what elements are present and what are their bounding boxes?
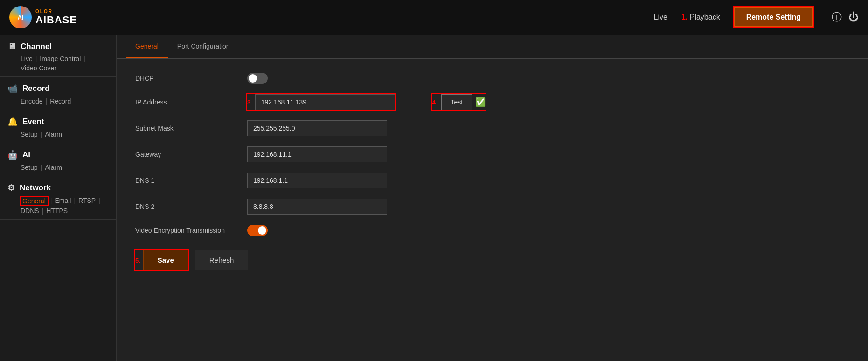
- sidebar-item-encode[interactable]: Encode: [21, 97, 42, 105]
- video-enc-slider: [247, 225, 268, 236]
- network-label: Network: [20, 183, 51, 193]
- subnet-mask-input[interactable]: [247, 120, 387, 136]
- video-enc-toggle[interactable]: [247, 225, 268, 236]
- sidebar-section-ai: 🤖 AI Setup | Alarm: [0, 143, 116, 176]
- ip-address-label: IP Address: [135, 98, 238, 106]
- test-step-badge: 4.: [432, 99, 437, 106]
- refresh-button[interactable]: Refresh: [195, 250, 249, 270]
- subnet-mask-row: Subnet Mask: [135, 120, 849, 136]
- record-links: Encode | Record: [7, 97, 109, 105]
- main-layout: 🖥 Channel Live | Image Control | Video C…: [0, 35, 868, 361]
- sep7: |: [74, 197, 76, 205]
- remote-setting-button[interactable]: Remote Setting: [734, 7, 813, 27]
- check-icon: ✅: [475, 97, 486, 107]
- network-links: General | Email | RTSP | DDNS | HTTPS: [7, 197, 109, 215]
- sidebar-section-network: ⚙ Network General | Email | RTSP | DDNS …: [0, 176, 116, 220]
- sidebar-ai-title[interactable]: 🤖 AI: [7, 150, 109, 160]
- tab-general[interactable]: General: [126, 35, 168, 58]
- sidebar-item-event-alarm[interactable]: Alarm: [45, 131, 62, 138]
- dhcp-slider: [247, 73, 268, 84]
- record-label: Record: [22, 84, 50, 93]
- dns1-row: DNS 1: [135, 173, 849, 188]
- sidebar-item-image-control[interactable]: Image Control: [40, 55, 81, 62]
- content-area: General Port Configuration DHCP IP Addre…: [117, 35, 868, 361]
- logo-text-group: OLOR AIBASE: [35, 9, 77, 26]
- sidebar-item-ddns[interactable]: DDNS: [21, 207, 39, 215]
- logo-icon: AI: [9, 6, 32, 28]
- sidebar-event-title[interactable]: 🔔 Event: [7, 117, 109, 127]
- sep4: |: [41, 131, 42, 138]
- tabs-bar: General Port Configuration: [117, 35, 868, 59]
- event-icon: 🔔: [7, 117, 18, 127]
- sidebar-section-record: 📹 Record Encode | Record: [0, 77, 116, 110]
- video-enc-row: Video Encryption Transmission: [135, 225, 849, 236]
- info-icon[interactable]: ⓘ: [832, 10, 842, 24]
- logo: AI OLOR AIBASE: [9, 6, 77, 28]
- sidebar-item-email[interactable]: Email: [55, 197, 71, 205]
- dns2-label: DNS 2: [135, 203, 238, 210]
- power-icon[interactable]: ⏻: [848, 11, 859, 23]
- test-button[interactable]: Test: [441, 94, 473, 110]
- sidebar-item-live[interactable]: Live: [21, 55, 33, 62]
- sep8: |: [98, 197, 100, 205]
- channel-icon: 🖥: [7, 42, 16, 51]
- dhcp-row: DHCP: [135, 73, 849, 84]
- sidebar-item-event-setup[interactable]: Setup: [21, 131, 38, 138]
- save-step-badge: 5.: [135, 257, 140, 264]
- sep2: |: [83, 55, 85, 62]
- sidebar-item-video-cover[interactable]: Video Cover: [21, 64, 56, 72]
- playback-label: Playback: [690, 13, 720, 21]
- gateway-label: Gateway: [135, 151, 238, 158]
- ip-address-input[interactable]: [255, 94, 395, 110]
- sep5: |: [41, 164, 42, 171]
- dns1-label: DNS 1: [135, 177, 238, 184]
- video-enc-label: Video Encryption Transmission: [135, 227, 238, 234]
- form-content: DHCP IP Address 3. 4. Test ✅: [117, 59, 868, 284]
- sep3: |: [45, 97, 47, 105]
- channel-label: Channel: [21, 42, 52, 51]
- nav-icons: ⓘ ⏻: [832, 10, 859, 24]
- logo-title: AIBASE: [35, 14, 77, 26]
- sidebar-record-title[interactable]: 📹 Record: [7, 83, 109, 94]
- sidebar-item-ai-alarm[interactable]: Alarm: [45, 164, 62, 171]
- playback-step: 1.: [681, 13, 687, 21]
- topbar: AI OLOR AIBASE Live 1. Playback Remote S…: [0, 0, 868, 35]
- dhcp-toggle[interactable]: [247, 73, 268, 84]
- sidebar-item-general[interactable]: General: [21, 197, 48, 205]
- nav-right: Live 1. Playback Remote Setting ⓘ ⏻: [654, 7, 859, 27]
- tab-port-configuration[interactable]: Port Configuration: [168, 35, 239, 58]
- dhcp-label: DHCP: [135, 75, 238, 82]
- ai-icon: 🤖: [7, 150, 18, 160]
- button-row: 5. Save Refresh: [135, 250, 849, 270]
- save-btn-wrapper: 5. Save: [135, 250, 188, 270]
- subnet-mask-label: Subnet Mask: [135, 125, 238, 132]
- ip-input-wrapper: 3.: [247, 94, 395, 110]
- sidebar-item-record[interactable]: Record: [50, 97, 71, 105]
- gateway-input[interactable]: [247, 146, 387, 162]
- logo-sub: OLOR: [35, 9, 77, 14]
- sidebar-item-rtsp[interactable]: RTSP: [78, 197, 96, 205]
- ip-address-row: IP Address 3. 4. Test ✅: [135, 94, 849, 110]
- sep9: |: [42, 207, 44, 215]
- sidebar-section-channel: 🖥 Channel Live | Image Control | Video C…: [0, 35, 116, 77]
- sidebar-item-ai-setup[interactable]: Setup: [21, 164, 38, 171]
- dns1-input[interactable]: [247, 173, 387, 188]
- sidebar-item-https[interactable]: HTTPS: [46, 207, 68, 215]
- test-btn-wrapper: 4. Test ✅: [432, 94, 486, 110]
- dns2-input[interactable]: [247, 199, 387, 215]
- dns2-row: DNS 2: [135, 199, 849, 215]
- sep1: |: [35, 55, 37, 62]
- nav-playback-link[interactable]: 1. Playback: [681, 13, 720, 21]
- network-icon: ⚙: [7, 183, 15, 193]
- ai-label: AI: [22, 150, 30, 160]
- sidebar-channel-title[interactable]: 🖥 Channel: [7, 42, 109, 51]
- sidebar-network-title[interactable]: ⚙ Network: [7, 183, 109, 193]
- sidebar: 🖥 Channel Live | Image Control | Video C…: [0, 35, 117, 361]
- record-icon: 📹: [7, 83, 18, 94]
- sep6: |: [50, 197, 52, 205]
- event-links: Setup | Alarm: [7, 131, 109, 138]
- save-button[interactable]: Save: [143, 250, 188, 270]
- nav-live-link[interactable]: Live: [654, 13, 667, 21]
- ai-links: Setup | Alarm: [7, 164, 109, 171]
- gateway-row: Gateway: [135, 146, 849, 162]
